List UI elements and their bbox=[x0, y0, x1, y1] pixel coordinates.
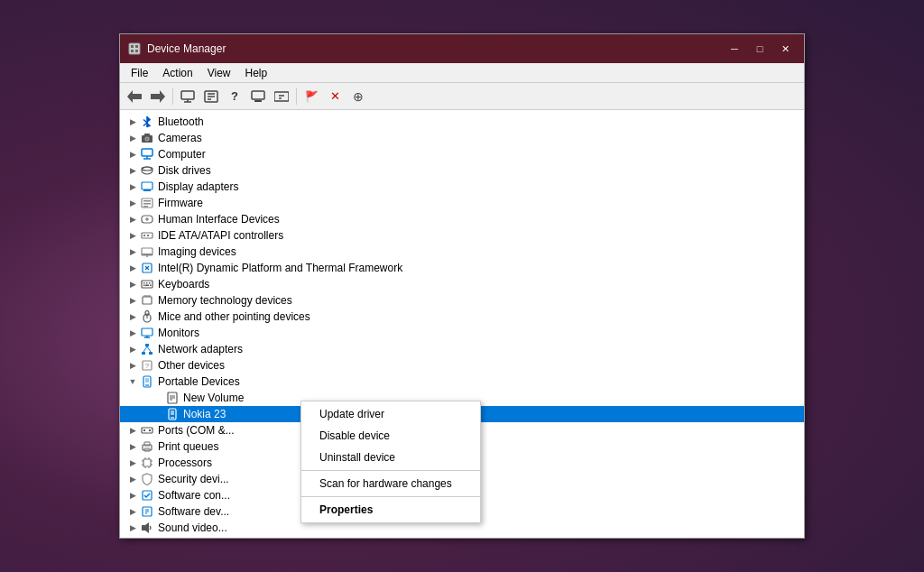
expand-hid[interactable]: ▶ bbox=[127, 214, 138, 225]
svg-rect-37 bbox=[143, 200, 151, 202]
maximize-button[interactable]: □ bbox=[748, 40, 772, 58]
softwared-label: Software dev... bbox=[158, 505, 229, 518]
expand-imaging[interactable]: ▶ bbox=[127, 246, 138, 257]
svg-rect-72 bbox=[149, 352, 152, 355]
device-tree[interactable]: ▶ Bluetooth ▶ Cameras ▶ Computer bbox=[120, 110, 804, 538]
svg-rect-0 bbox=[129, 43, 140, 54]
close-button[interactable]: ✕ bbox=[773, 40, 797, 58]
tree-item-mice[interactable]: ▶ Mice and other pointing devices bbox=[120, 309, 804, 325]
expand-monitors[interactable]: ▶ bbox=[127, 328, 138, 338]
svg-rect-14 bbox=[252, 91, 264, 99]
firmware-label: Firmware bbox=[158, 197, 203, 209]
display-button[interactable] bbox=[271, 86, 292, 107]
disk-label: Disk drives bbox=[158, 164, 211, 177]
ctx-uninstall-device[interactable]: Uninstall device bbox=[301, 447, 480, 468]
imaging-label: Imaging devices bbox=[158, 245, 236, 258]
ctx-separator-2 bbox=[301, 496, 480, 497]
svg-rect-28 bbox=[142, 149, 152, 156]
menu-view[interactable]: View bbox=[200, 65, 238, 81]
svg-rect-3 bbox=[131, 50, 134, 52]
expand-softwared[interactable]: ▶ bbox=[127, 506, 138, 517]
forward-button[interactable] bbox=[147, 86, 169, 107]
flag-button[interactable]: 🚩 bbox=[300, 86, 322, 107]
expand-portable[interactable]: ▼ bbox=[127, 376, 138, 387]
tree-item-cameras[interactable]: ▶ Cameras bbox=[120, 130, 804, 146]
expand-intel[interactable]: ▶ bbox=[127, 263, 138, 273]
device-manager-window: Device Manager ─ □ ✕ File Action View He… bbox=[119, 33, 805, 539]
tree-item-network[interactable]: ▶ Network adapters bbox=[120, 341, 804, 357]
properties-button[interactable] bbox=[200, 86, 222, 107]
expand-processors[interactable]: ▶ bbox=[127, 457, 138, 468]
tree-item-display[interactable]: ▶ Display adapters bbox=[120, 179, 804, 195]
expand-cameras[interactable]: ▶ bbox=[127, 133, 138, 143]
computer-button[interactable] bbox=[177, 86, 199, 107]
nokia-icon bbox=[165, 407, 180, 421]
expand-printq[interactable]: ▶ bbox=[127, 441, 138, 452]
ctx-properties[interactable]: Properties bbox=[301, 499, 480, 521]
svg-rect-47 bbox=[142, 254, 152, 255]
expand-ide[interactable]: ▶ bbox=[127, 230, 138, 241]
expand-mice[interactable]: ▶ bbox=[127, 311, 138, 322]
tree-item-monitors[interactable]: ▶ Monitors bbox=[120, 325, 804, 341]
disk-icon bbox=[140, 163, 154, 178]
portable-label: Portable Devices bbox=[158, 375, 240, 388]
display-icon bbox=[140, 180, 154, 194]
svg-rect-107 bbox=[142, 525, 145, 530]
svg-rect-34 bbox=[142, 182, 152, 189]
display-label: Display adapters bbox=[158, 180, 238, 193]
svg-rect-7 bbox=[181, 91, 194, 99]
tree-item-memory[interactable]: ▶ Memory technology devices bbox=[120, 292, 804, 309]
remove-button[interactable]: ✕ bbox=[324, 86, 346, 107]
softwarec-icon bbox=[140, 488, 154, 503]
menu-help[interactable]: Help bbox=[238, 65, 275, 81]
tree-item-keyboards[interactable]: ▶ Keyboards bbox=[120, 276, 804, 292]
window-icon bbox=[127, 42, 142, 56]
svg-rect-79 bbox=[145, 378, 149, 383]
expand-security[interactable]: ▶ bbox=[127, 474, 138, 484]
ctx-scan-hardware[interactable]: Scan for hardware changes bbox=[301, 473, 480, 494]
mice-label: Mice and other pointing devices bbox=[158, 310, 310, 323]
tree-item-ide[interactable]: ▶ IDE ATA/ATAPI controllers bbox=[120, 227, 804, 244]
ctx-disable-device[interactable]: Disable device bbox=[301, 425, 480, 447]
expand-display[interactable]: ▶ bbox=[127, 181, 138, 192]
svg-rect-59 bbox=[143, 297, 152, 304]
expand-disk[interactable]: ▶ bbox=[127, 165, 138, 176]
expand-softwarec[interactable]: ▶ bbox=[127, 490, 138, 501]
device-info-button[interactable] bbox=[247, 86, 269, 107]
expand-bluetooth[interactable]: ▶ bbox=[127, 116, 138, 127]
expand-firmware[interactable]: ▶ bbox=[127, 198, 138, 208]
menu-file[interactable]: File bbox=[124, 65, 155, 81]
help-button[interactable]: ? bbox=[224, 86, 245, 107]
tree-item-firmware[interactable]: ▶ Firmware bbox=[120, 195, 804, 211]
svg-rect-71 bbox=[142, 352, 145, 355]
tree-item-computer[interactable]: ▶ Computer bbox=[120, 146, 804, 162]
network-label: Network adapters bbox=[158, 343, 243, 355]
tree-item-bluetooth[interactable]: ▶ Bluetooth bbox=[120, 114, 804, 130]
menu-action[interactable]: Action bbox=[155, 65, 199, 81]
hid-icon bbox=[140, 212, 154, 226]
expand-memory[interactable]: ▶ bbox=[127, 295, 138, 306]
tree-item-imaging[interactable]: ▶ Imaging devices bbox=[120, 244, 804, 260]
processors-icon bbox=[140, 456, 154, 470]
ports-icon bbox=[140, 423, 154, 438]
expand-other[interactable]: ▶ bbox=[127, 360, 138, 371]
tree-item-disk[interactable]: ▶ Disk drives bbox=[120, 162, 804, 179]
refresh-button[interactable]: ⊕ bbox=[347, 86, 369, 107]
tree-item-portable[interactable]: ▼ Portable Devices bbox=[120, 374, 804, 390]
expand-keyboards[interactable]: ▶ bbox=[127, 279, 138, 290]
svg-rect-52 bbox=[142, 281, 152, 288]
ide-label: IDE ATA/ATAPI controllers bbox=[158, 229, 283, 242]
expand-ports[interactable]: ▶ bbox=[127, 425, 138, 436]
newvolume-icon bbox=[165, 391, 180, 405]
expand-computer[interactable]: ▶ bbox=[127, 149, 138, 160]
expand-network[interactable]: ▶ bbox=[127, 344, 138, 355]
tree-item-intel[interactable]: ▶ Intel(R) Dynamic Platform and Thermal … bbox=[120, 260, 804, 276]
expand-sound[interactable]: ▶ bbox=[127, 522, 138, 533]
cameras-label: Cameras bbox=[158, 132, 202, 144]
tree-item-hid[interactable]: ▶ Human Interface Devices bbox=[120, 211, 804, 227]
tree-item-other[interactable]: ▶ ? Other devices bbox=[120, 357, 804, 374]
minimize-button[interactable]: ─ bbox=[723, 40, 746, 58]
svg-rect-89 bbox=[149, 429, 151, 431]
ctx-update-driver[interactable]: Update driver bbox=[301, 403, 480, 425]
back-button[interactable] bbox=[124, 86, 145, 107]
